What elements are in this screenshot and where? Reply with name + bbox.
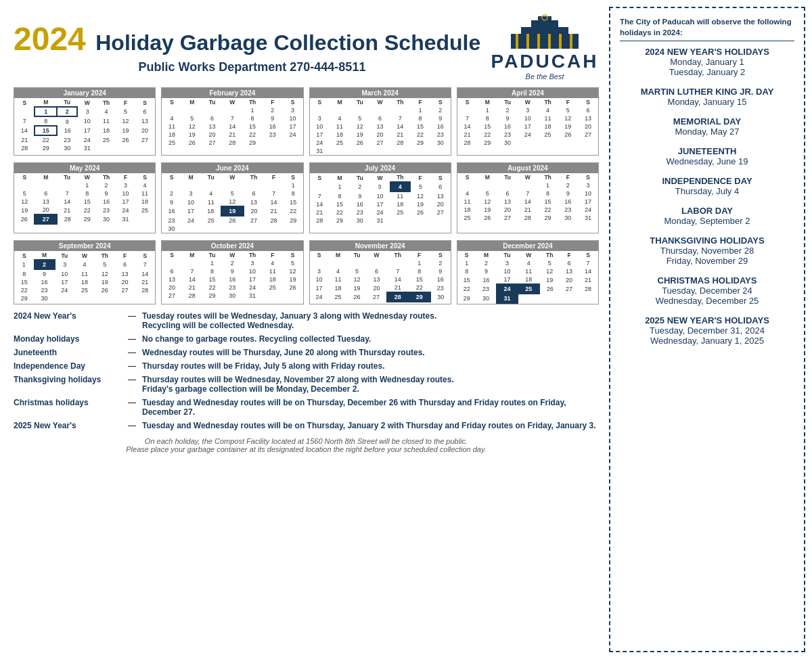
logo-image: PADUCAH Be the Best	[491, 14, 599, 81]
calendar-day: 15	[410, 122, 430, 131]
sidebar-holiday-date: Wednesday, January 1, 2025	[620, 336, 794, 346]
schedule-note-label: Juneteenth	[14, 348, 122, 357]
calendar-month-header: January 2024	[14, 88, 155, 98]
calendar-day	[244, 225, 265, 233]
calendar-day: 17	[310, 131, 330, 139]
calendar-day-header: S	[430, 173, 451, 182]
sidebar-holiday: 2025 NEW YEAR'S HOLIDAYSTuesday, Decembe…	[620, 315, 794, 346]
calendar-day: 21	[135, 278, 156, 286]
calendar-day: 12	[410, 191, 430, 200]
calendar-day: 27	[202, 139, 223, 147]
calendar-day-header: Tu	[350, 173, 370, 182]
calendar-day: 18	[390, 200, 411, 208]
calendar-day-header: S	[283, 98, 303, 106]
calendar-day: 8	[457, 267, 476, 275]
calendar-day: 28	[390, 139, 411, 147]
calendar-day: 5	[14, 189, 35, 198]
calendar-day: 6	[497, 189, 518, 198]
calendar-day: 14	[223, 122, 243, 131]
sidebar-holiday: THANKSGIVING HOLIDAYSThursday, November …	[620, 235, 794, 266]
calendar-day: 6	[35, 189, 57, 198]
calendar-day: 30	[350, 217, 370, 225]
calendar-day: 1	[284, 181, 303, 189]
calendar-day: 24	[283, 131, 303, 139]
calendar-day: 2	[162, 189, 181, 198]
schedule-note-text: Tuesday and Wednesday routes will be on …	[142, 421, 599, 430]
calendar-day: 24	[497, 284, 518, 294]
calendar-day: 10	[370, 191, 390, 200]
calendar-day-header: W	[223, 98, 243, 106]
calendar-day: 3	[283, 106, 303, 114]
calendar-october-2024: October 2024SMTuWThFS1234567891011121314…	[161, 240, 303, 304]
calendar-day: 6	[202, 114, 223, 122]
calendar-day-header: W	[221, 173, 244, 181]
calendar-day	[558, 139, 579, 147]
calendar-day-header: S	[430, 251, 451, 259]
schedule-note-dash: —	[122, 398, 142, 407]
calendar-day: 9	[57, 116, 77, 126]
calendar-day: 18	[518, 275, 539, 284]
calendar-day-header: S	[14, 98, 35, 107]
svg-rect-7	[548, 34, 551, 49]
calendar-day: 27	[162, 292, 182, 300]
calendar-day: 9	[558, 189, 579, 198]
calendar-day: 12	[348, 275, 367, 283]
calendar-day: 3	[518, 106, 538, 114]
calendar-day	[539, 294, 560, 303]
schedule-note-dash: —	[122, 421, 142, 430]
calendar-day: 10	[242, 267, 263, 275]
schedule-note-dash: —	[122, 361, 142, 371]
calendar-day: 26	[558, 131, 579, 139]
calendar-day: 19	[478, 206, 498, 214]
calendar-day	[390, 147, 411, 155]
calendar-day: 20	[162, 283, 182, 292]
calendar-day	[348, 259, 367, 267]
calendar-day	[181, 225, 201, 233]
main-content: 2024 Holiday Garbage Collection Schedule…	[0, 0, 609, 659]
calendar-august-2024: August 2024SMTuWThFS12345678910111213141…	[457, 162, 599, 233]
calendar-day-header: M	[478, 98, 498, 106]
calendar-day: 17	[242, 275, 263, 283]
calendar-day: 23	[430, 131, 451, 139]
calendar-day: 10	[310, 275, 329, 283]
calendar-day	[116, 144, 135, 152]
calendar-day	[263, 139, 283, 147]
calendar-day: 20	[430, 200, 451, 208]
calendar-day: 1	[242, 106, 263, 114]
calendar-day: 26	[348, 292, 367, 302]
calendar-day: 4	[263, 259, 283, 267]
calendar-day: 3	[242, 259, 263, 267]
calendar-day: 3	[181, 189, 201, 198]
calendar-day-header: F	[263, 251, 283, 259]
calendar-day: 14	[457, 122, 478, 131]
calendar-table: SMTuWThFS1234567891011121314151617181920…	[14, 173, 155, 225]
calendar-day: 24	[578, 206, 598, 214]
sidebar-holiday-name: JUNETEENTH	[620, 146, 794, 156]
calendar-day: 15	[478, 122, 498, 131]
calendar-day: 22	[409, 283, 430, 292]
calendar-day: 30	[430, 139, 451, 147]
calendar-day: 30	[558, 214, 579, 222]
calendar-day: 10	[578, 189, 598, 198]
calendar-day-header: S	[14, 251, 35, 260]
calendar-day-header: Tu	[497, 251, 518, 259]
calendar-day: 18	[162, 131, 182, 139]
calendar-day: 18	[97, 126, 116, 135]
calendar-day: 12	[350, 122, 370, 131]
calendar-day: 22	[77, 206, 96, 214]
calendar-day: 7	[579, 259, 597, 267]
calendar-day	[538, 139, 558, 147]
calendar-day: 20	[202, 131, 223, 139]
calendar-day	[264, 181, 284, 189]
calendar-day: 2	[476, 259, 497, 267]
header-line1: 2024 Holiday Garbage Collection Schedule	[14, 20, 491, 58]
calendar-day-header: S	[283, 251, 303, 259]
calendar-day: 21	[579, 275, 597, 284]
calendar-day-header: F	[409, 251, 430, 259]
calendar-day: 28	[579, 284, 597, 294]
calendar-day: 29	[409, 292, 430, 302]
calendar-day	[387, 259, 409, 267]
calendar-day: 20	[370, 131, 390, 139]
calendar-day: 2	[57, 107, 77, 116]
calendar-day: 18	[329, 283, 348, 292]
